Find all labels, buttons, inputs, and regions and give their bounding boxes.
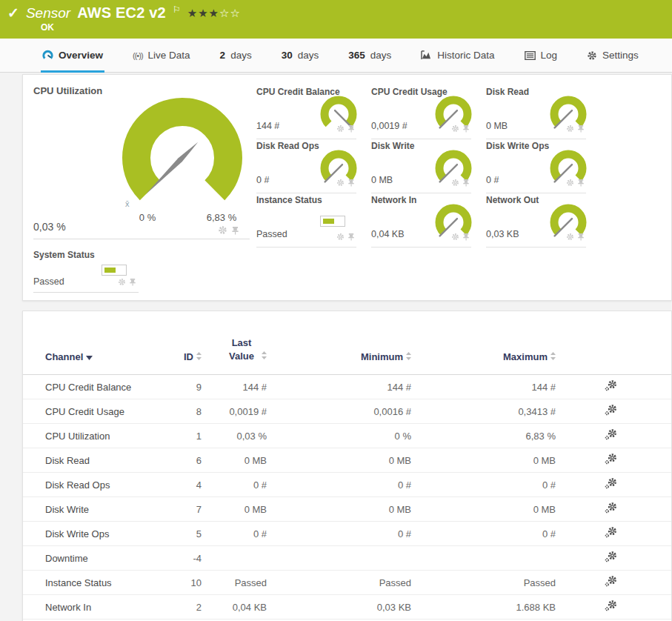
gauge-average-marker: x̄ — [125, 199, 130, 208]
system-status-tile[interactable]: System Status Passed — [33, 247, 139, 293]
tab-log[interactable]: Log — [525, 39, 558, 72]
channel-settings-icon[interactable] — [605, 454, 617, 465]
tab-historic-data[interactable]: Historic Data — [421, 39, 494, 72]
channel-settings-icon[interactable] — [605, 380, 617, 391]
channel-settings-icon[interactable] — [605, 576, 617, 587]
channel-row-disk-read-ops: Disk Read Ops40 #0 #0 # — [23, 473, 671, 497]
channel-settings-icon[interactable] — [605, 527, 617, 538]
channel-settings-icon[interactable] — [605, 551, 617, 562]
sensor-header: ✓ Sensor AWS EC2 v2 ⚐ ★★★☆☆ OK — [0, 0, 672, 39]
channel-tile-disk-write-ops[interactable]: Disk Write Ops0 # — [486, 139, 586, 193]
pin-icon[interactable] — [462, 124, 470, 133]
tile-title: Disk Write Ops — [486, 141, 549, 151]
channel-tile-disk-read-ops[interactable]: Disk Read Ops0 # — [256, 139, 356, 193]
channel-id: 9 — [167, 375, 212, 399]
channel-maximum: 0 # — [422, 522, 566, 546]
channel-id: 10 — [167, 571, 212, 595]
tab-label: days — [370, 50, 392, 61]
channel-name[interactable]: Disk Write Ops — [23, 522, 167, 546]
channel-name[interactable]: CPU Credit Balance — [23, 375, 167, 399]
channel-maximum: 0 MB — [422, 448, 566, 473]
pin-icon[interactable] — [462, 179, 470, 187]
gear-icon[interactable] — [218, 225, 227, 235]
channel-minimum: 0,03 KB — [277, 595, 422, 620]
channel-name[interactable]: Downtime — [23, 546, 167, 571]
channel-tile-disk-read[interactable]: Disk Read0 MB — [486, 85, 586, 139]
tab-number: 2 — [220, 50, 226, 61]
pin-icon[interactable] — [231, 226, 239, 235]
channel-tile-cpu-credit-usage[interactable]: CPU Credit Usage0,0019 # — [371, 85, 471, 139]
channel-minimum: 0 # — [277, 473, 422, 497]
channel-settings-icon[interactable] — [605, 478, 617, 489]
tab-365-days[interactable]: 365days — [348, 39, 391, 72]
channel-name[interactable]: Disk Write — [23, 497, 167, 522]
channel-minimum: Passed — [277, 571, 422, 595]
priority-stars[interactable]: ★★★☆☆ — [187, 7, 241, 20]
pin-icon[interactable] — [577, 233, 585, 241]
channel-settings-icon[interactable] — [605, 502, 617, 514]
flag-icon[interactable]: ⚐ — [173, 4, 181, 15]
tile-value: 0 # — [256, 175, 269, 185]
channel-name[interactable]: Disk Read Ops — [23, 473, 167, 497]
pin-icon[interactable] — [129, 278, 136, 286]
tab-2-days[interactable]: 2days — [220, 39, 252, 72]
pin-icon[interactable] — [347, 179, 355, 187]
tile-title: Disk Read — [486, 87, 529, 97]
column-header-channel[interactable]: Channel — [23, 311, 167, 375]
gear-icon[interactable] — [336, 124, 345, 133]
pin-icon[interactable] — [347, 233, 355, 241]
tile-value: 144 # — [256, 121, 279, 131]
gear-icon[interactable] — [566, 233, 574, 241]
gear-icon[interactable] — [566, 124, 574, 133]
channel-tile-network-in[interactable]: Network In0,04 KB — [371, 193, 471, 248]
channel-name[interactable]: CPU Credit Usage — [23, 399, 167, 424]
channel-name[interactable]: Network In — [23, 595, 167, 620]
column-header-minimum[interactable]: Minimum — [277, 311, 422, 375]
column-header-maximum[interactable]: Maximum — [422, 311, 566, 375]
pin-icon[interactable] — [577, 124, 585, 133]
channel-last-value: 0 MB — [212, 497, 277, 522]
channel-minimum: 0,0016 # — [277, 399, 422, 424]
channel-tile-instance-status[interactable]: Instance StatusPassed — [256, 193, 356, 248]
gear-icon[interactable] — [451, 233, 459, 241]
channel-row-instance-status: Instance Status10PassedPassedPassed — [23, 571, 671, 595]
gear-icon[interactable] — [336, 233, 345, 241]
tab-label: Live Data — [148, 50, 190, 61]
tile-value: Passed — [33, 276, 64, 287]
gear-icon[interactable] — [451, 124, 459, 133]
sort-updown-icon — [196, 351, 202, 362]
tab-live-data[interactable]: ((•))Live Data — [133, 39, 190, 72]
tab-label: Settings — [602, 50, 639, 61]
channel-name[interactable]: CPU Utilization — [23, 424, 167, 448]
gear-icon[interactable] — [566, 179, 574, 187]
column-header-id[interactable]: ID — [167, 311, 212, 375]
column-header-last-value[interactable]: Last Value — [212, 311, 277, 375]
tab-bar: Overview((•))Live Data2days30days365days… — [0, 39, 672, 73]
pin-icon[interactable] — [462, 233, 470, 241]
channel-settings-icon[interactable] — [605, 405, 617, 416]
channel-tile-cpu-credit-balance[interactable]: CPU Credit Balance144 # — [256, 85, 356, 139]
gear-icon[interactable] — [118, 278, 126, 286]
channel-last-value — [212, 546, 277, 571]
tab-number: 365 — [348, 50, 365, 61]
tab-overview[interactable]: Overview — [42, 39, 103, 72]
channel-maximum — [422, 546, 566, 571]
tile-title: System Status — [33, 250, 95, 260]
gear-icon[interactable] — [336, 179, 345, 187]
gear-icon[interactable] — [451, 179, 459, 187]
tab-30-days[interactable]: 30days — [282, 39, 319, 72]
channel-name[interactable]: Instance Status — [23, 571, 167, 595]
channel-settings-icon[interactable] — [605, 600, 617, 611]
cpu-utilization-gauge — [112, 93, 253, 204]
sensor-status-badge: OK — [41, 22, 54, 33]
pin-icon[interactable] — [347, 124, 355, 133]
gauge-scale-min: 0 % — [133, 212, 162, 223]
tab-settings[interactable]: Settings — [587, 39, 639, 72]
channels-table: Channel ID Last Value Minimum Maximum CP… — [23, 311, 671, 620]
channel-name[interactable]: Disk Read — [23, 448, 167, 473]
channel-settings-icon[interactable] — [605, 429, 617, 440]
pin-icon[interactable] — [577, 179, 585, 187]
channel-id: 8 — [167, 399, 212, 424]
channel-tile-network-out[interactable]: Network Out0,03 KB — [486, 193, 586, 248]
channel-tile-disk-write[interactable]: Disk Write0 MB — [371, 139, 471, 193]
